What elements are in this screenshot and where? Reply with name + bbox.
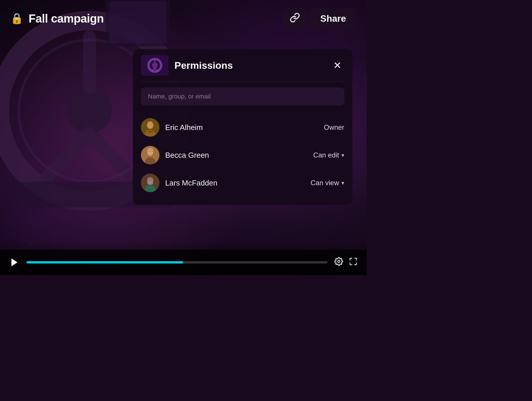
progress-bar[interactable]: [27, 261, 328, 263]
search-input[interactable]: [141, 88, 344, 105]
permissions-modal: Permissions ✕ Eric Alheim Owner: [133, 49, 352, 205]
user-name: Becca Green: [165, 151, 308, 160]
bottom-icons: [334, 257, 358, 268]
role-label: Can view: [310, 179, 339, 187]
svg-point-20: [147, 148, 153, 152]
progress-fill: [27, 261, 183, 263]
share-button[interactable]: Share: [310, 8, 356, 29]
chevron-down-icon: ▾: [341, 152, 344, 159]
close-button[interactable]: ✕: [330, 58, 344, 72]
user-list: Eric Alheim Owner Becca Green Can edit ▾: [133, 111, 352, 205]
fullscreen-button[interactable]: [349, 257, 358, 268]
modal-header: Permissions ✕: [133, 49, 352, 81]
avatar: [141, 146, 159, 164]
svg-point-16: [147, 121, 153, 129]
lock-icon: 🔒: [10, 12, 23, 25]
svg-point-27: [338, 260, 340, 263]
top-bar: 🔒 Fall campaign Share: [0, 0, 367, 37]
page-title: Fall campaign: [29, 12, 104, 25]
link-button[interactable]: [283, 8, 306, 29]
svg-point-1: [67, 88, 112, 133]
search-area: [133, 82, 352, 111]
role-label: Can edit: [313, 151, 339, 159]
link-icon: [290, 12, 300, 25]
table-row: Becca Green Can edit ▾: [141, 141, 344, 169]
settings-icon: [334, 257, 343, 266]
modal-title: Permissions: [174, 60, 325, 71]
svg-point-24: [147, 181, 153, 185]
top-actions: Share: [283, 8, 356, 29]
user-name: Eric Alheim: [165, 123, 318, 132]
user-role[interactable]: Can edit ▾: [313, 151, 344, 159]
fullscreen-icon: [349, 257, 358, 266]
settings-button[interactable]: [334, 257, 343, 268]
chevron-down-icon: ▾: [341, 179, 344, 186]
user-role[interactable]: Can view ▾: [310, 179, 344, 187]
avatar: [141, 118, 159, 137]
title-area: 🔒 Fall campaign: [10, 12, 104, 25]
modal-thumbnail: [141, 55, 169, 76]
table-row: Lars McFadden Can view ▾: [141, 169, 344, 197]
user-name: Lars McFadden: [165, 179, 305, 187]
svg-marker-26: [12, 259, 18, 266]
bottom-bar: [0, 250, 367, 275]
play-icon: [9, 257, 20, 268]
table-row: Eric Alheim Owner: [141, 114, 344, 141]
avatar: [141, 174, 159, 192]
user-role: Owner: [324, 123, 344, 131]
svg-point-11: [152, 62, 158, 68]
play-button[interactable]: [9, 257, 20, 268]
